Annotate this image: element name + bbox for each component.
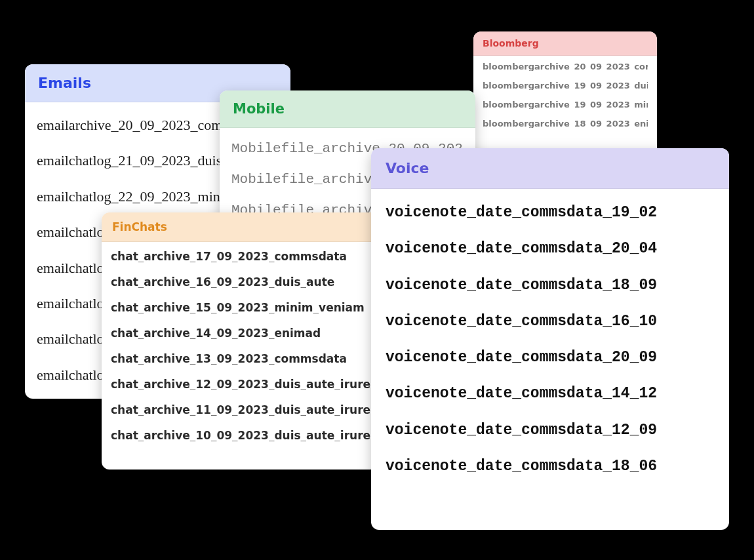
mobile-title: Mobile xyxy=(220,90,475,128)
list-item[interactable]: voicenote_date_commsdata_18_06 xyxy=(386,458,715,475)
list-item[interactable]: voicenote_date_commsdata_18_09 xyxy=(386,277,715,294)
voice-title: Voice xyxy=(371,148,729,189)
list-item[interactable]: voicenote_date_commsdata_14_12 xyxy=(386,386,715,402)
list-item[interactable]: chat_archive_15_09_2023_minim_veniam xyxy=(111,302,371,313)
list-item[interactable]: voicenote_date_commsdata_16_10 xyxy=(386,313,715,330)
list-item[interactable]: bloombergarchive_19_09_2023_minim_veniam xyxy=(483,100,648,109)
list-item[interactable]: voicenote_date_commsdata_12_09 xyxy=(386,422,715,439)
bloomberg-card: Bloomberg bloombergarchive_20_09_2023_co… xyxy=(473,31,657,156)
list-item[interactable]: bloombergarchive_18_09_2023_enimad xyxy=(483,119,648,128)
list-item[interactable]: voicenote_date_commsdata_20_04 xyxy=(386,241,715,257)
list-item[interactable]: bloombergarchive_20_09_2023_commonsdata xyxy=(483,62,648,71)
list-item[interactable]: bloombergarchive_19_09_2023_duis_aute xyxy=(483,81,648,90)
list-item[interactable]: chat_archive_12_09_2023_duis_aute_irure xyxy=(111,379,371,390)
list-item[interactable]: chat_archive_17_09_2023_commsdata xyxy=(111,251,371,262)
finchats-title: FinChats xyxy=(102,212,380,242)
bloomberg-list: bloombergarchive_20_09_2023_commonsdata … xyxy=(473,56,657,136)
voice-list: voicenote_date_commsdata_19_02 voicenote… xyxy=(371,189,729,483)
list-item[interactable]: chat_archive_13_09_2023_commsdata xyxy=(111,353,371,365)
list-item[interactable]: voicenote_date_commsdata_20_09 xyxy=(386,350,715,366)
list-item[interactable]: chat_archive_16_09_2023_duis_aute xyxy=(111,277,371,288)
list-item[interactable]: chat_archive_11_09_2023_duis_aute_irure xyxy=(111,405,371,416)
list-item[interactable]: voicenote_date_commsdata_19_02 xyxy=(386,205,715,221)
list-item[interactable]: chat_archive_14_09_2023_enimad xyxy=(111,328,371,339)
finchats-list: chat_archive_17_09_2023_commsdata chat_a… xyxy=(102,242,380,449)
voice-card: Voice voicenote_date_commsdata_19_02 voi… xyxy=(371,148,729,530)
stage: Bloomberg bloombergarchive_20_09_2023_co… xyxy=(0,0,754,560)
bloomberg-title: Bloomberg xyxy=(473,31,657,56)
finchats-card: FinChats chat_archive_17_09_2023_commsda… xyxy=(102,212,380,470)
list-item[interactable]: chat_archive_10_09_2023_duis_aute_irure xyxy=(111,430,371,441)
